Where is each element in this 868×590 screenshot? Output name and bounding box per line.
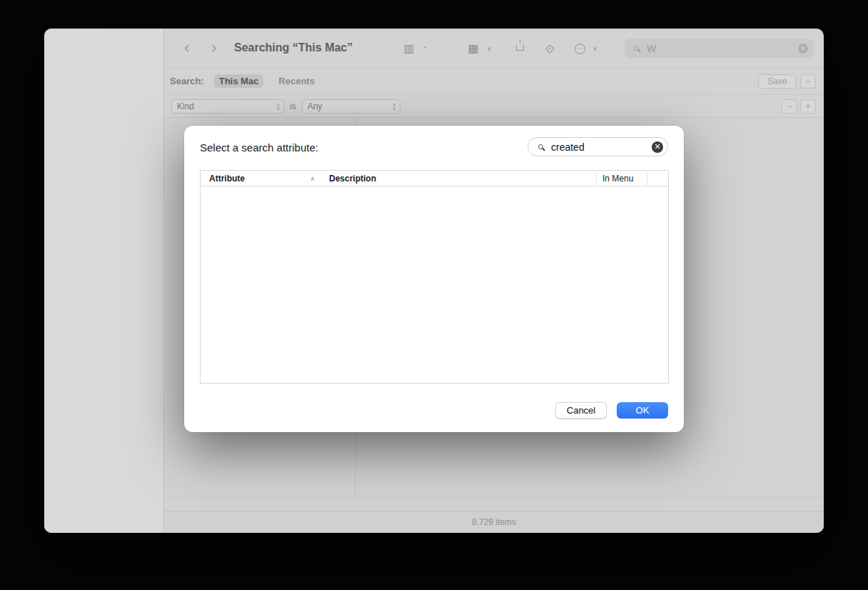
ok-button[interactable]: OK <box>617 402 668 419</box>
popup-chevrons-icon: ∧∨ <box>393 103 396 110</box>
search-attribute-dialog: Select a search attribute: created ✕ Att… <box>184 126 684 432</box>
header-attribute[interactable]: Attribute ∧ <box>201 171 321 186</box>
list-bottom-divider <box>164 497 824 498</box>
popup-chevrons-icon: ∧∨ <box>276 103 280 110</box>
clear-search-icon[interactable]: ✕ <box>798 44 808 54</box>
more-actions-icon[interactable] <box>574 43 585 54</box>
column-view-icon[interactable] <box>403 43 415 54</box>
item-count: 8.729 items <box>472 517 516 527</box>
criteria-attribute-select[interactable]: Kind ∧∨ <box>171 99 284 114</box>
header-description[interactable]: Description <box>321 171 596 186</box>
attribute-search-field[interactable]: created ✕ <box>528 137 668 156</box>
toolbar-search-value: W <box>647 43 793 54</box>
add-criteria-button[interactable]: + <box>800 99 816 114</box>
dialog-title: Select a search attribute: <box>200 141 318 154</box>
search-scope-bar: Search: This Mac Recents Save − <box>164 68 824 95</box>
clear-search-icon[interactable]: ✕ <box>652 141 663 153</box>
header-spacer <box>647 171 668 186</box>
sidebar <box>44 29 164 533</box>
header-attribute-label: Attribute <box>209 174 245 184</box>
search-scope-label: Search: <box>170 76 204 86</box>
criteria-value-select[interactable]: Any ∧∨ <box>302 99 400 114</box>
minimize-button[interactable] <box>76 41 84 50</box>
forward-button[interactable]: › <box>211 39 216 57</box>
criteria-attribute-value: Kind <box>177 101 194 111</box>
header-description-label: Description <box>329 174 376 184</box>
attribute-search-value: created <box>551 141 647 153</box>
header-in-menu[interactable]: In Menu <box>596 171 647 186</box>
share-icon[interactable] <box>514 39 525 51</box>
toolbar-search-field[interactable]: W ✕ <box>625 39 814 58</box>
save-search-button[interactable]: Save <box>758 74 797 89</box>
window-title: Searching “This Mac” <box>234 41 353 54</box>
group-icon[interactable] <box>468 43 479 54</box>
back-button[interactable]: ‹ <box>184 39 189 57</box>
remove-search-button[interactable]: − <box>800 74 816 89</box>
scope-recents[interactable]: Recents <box>273 74 320 88</box>
search-criteria-row: Kind ∧∨ is Any ∧∨ − + <box>164 95 824 118</box>
window-controls <box>61 41 163 50</box>
titlebar: ‹ › Searching “This Mac” ⌄ ∨ ∨ W ✕ <box>164 29 824 68</box>
search-icon <box>630 43 642 54</box>
status-bar: 8.729 items <box>164 511 824 533</box>
search-icon <box>535 141 546 153</box>
cancel-button[interactable]: Cancel <box>555 402 607 419</box>
view-chevron-icon[interactable]: ⌄ <box>423 42 428 49</box>
more-chevron-icon[interactable]: ∨ <box>592 45 597 52</box>
close-button[interactable] <box>61 41 70 50</box>
header-in-menu-label: In Menu <box>602 174 633 184</box>
group-chevron-icon[interactable]: ∨ <box>487 45 492 52</box>
attribute-table: Attribute ∧ Description In Menu <box>200 170 669 384</box>
zoom-button[interactable] <box>90 41 99 50</box>
criteria-operator: is <box>290 101 296 111</box>
criteria-value: Any <box>308 101 323 111</box>
sort-ascending-icon: ∧ <box>310 175 315 182</box>
remove-criteria-button[interactable]: − <box>782 99 797 114</box>
scope-this-mac[interactable]: This Mac <box>214 74 264 88</box>
tag-icon[interactable] <box>544 43 555 54</box>
table-header: Attribute ∧ Description In Menu <box>201 171 668 186</box>
finder-window: ‹ › Searching “This Mac” ⌄ ∨ ∨ W ✕ Searc… <box>44 29 824 533</box>
